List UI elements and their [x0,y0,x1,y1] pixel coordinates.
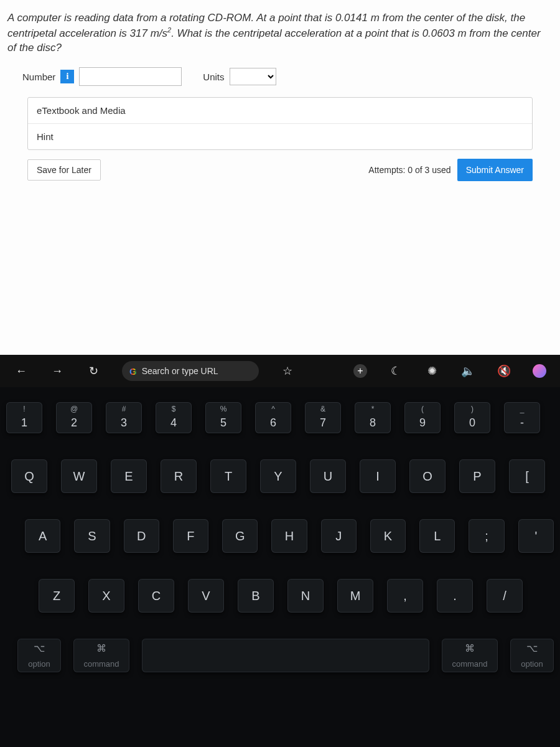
physical-keyboard: !1@2#3$4%5^6&7*8(9)0_- QWERTYUIOP[ ASDFG… [0,387,560,747]
key-2[interactable]: @2 [56,402,92,433]
actions-row: Save for Later Attempts: 0 of 3 used Sub… [27,159,533,181]
key-9[interactable]: (9 [404,402,441,433]
resources-panel: eTextbook and Media Hint [27,97,533,150]
key-p[interactable]: P [459,459,495,493]
key-v[interactable]: V [188,579,224,613]
key-/[interactable]: / [487,579,523,613]
key-c[interactable]: C [138,579,174,613]
mute-icon[interactable]: 🔇 [497,364,511,378]
command-key-left[interactable]: ⌘ command [73,639,129,672]
key-,[interactable]: , [387,579,423,613]
question-text: A computer is reading data from a rotati… [5,6,555,63]
forward-icon[interactable]: → [50,365,65,378]
key-x[interactable]: X [88,579,124,613]
back-icon[interactable]: ← [14,365,29,378]
star-icon[interactable]: ☆ [280,364,295,378]
key-n[interactable]: N [287,579,324,613]
keyboard-modifier-row: ⌥ option ⌘ command ⌘ command ⌥ option [0,635,560,676]
key-d[interactable]: D [124,519,159,553]
save-for-later-button[interactable]: Save for Later [27,159,101,181]
key-i[interactable]: I [360,459,396,493]
moon-icon[interactable]: ☾ [388,364,403,378]
answer-row: Number i Units [5,63,555,97]
question-part-b: acceleration is 317 m/s [59,27,167,39]
submit-answer-button[interactable]: Submit Answer [457,159,533,181]
new-tab-icon[interactable]: + [353,364,367,378]
key-q[interactable]: Q [11,459,47,493]
key-f[interactable]: F [173,519,208,553]
keyboard-qwerty-row: QWERTYUIOP[ [0,456,560,497]
key-.[interactable]: . [437,579,473,613]
key-[[interactable]: [ [509,459,545,493]
key-y[interactable]: Y [260,459,296,493]
homework-page: A computer is reading data from a rotati… [0,0,560,355]
number-input[interactable] [79,67,182,86]
keyboard-number-row: !1@2#3$4%5^6&7*8(9)0_- [0,398,560,437]
key-z[interactable]: Z [39,579,75,613]
attempts-text: Attempts: 0 of 3 used [368,165,450,175]
key-w[interactable]: W [61,459,97,493]
key-o[interactable]: O [409,459,446,493]
key-1[interactable]: !1 [6,402,42,433]
key-7[interactable]: &7 [305,402,341,433]
brightness-icon[interactable]: ✺ [424,364,439,378]
key-'[interactable]: ' [518,519,554,553]
key-3[interactable]: #3 [106,402,142,433]
sound-icon[interactable]: 🔈 [460,364,475,378]
key-g[interactable]: G [222,519,258,553]
key-s[interactable]: S [74,519,110,553]
browser-toolbar: ← → ↻ G Search or type URL ☆ + ☾ ✺ 🔈 🔇 [0,355,560,387]
command-key-right[interactable]: ⌘ command [442,639,498,672]
reload-icon[interactable]: ↻ [86,364,101,378]
key-r[interactable]: R [161,459,197,493]
key-6[interactable]: ^6 [255,402,291,433]
option-key-left[interactable]: ⌥ option [17,639,61,672]
key--[interactable]: _- [504,402,540,433]
key-e[interactable]: E [111,459,147,493]
omnibox-placeholder: Search or type URL [142,366,218,376]
spacebar-key[interactable] [142,639,429,672]
units-label: Units [203,72,224,82]
key-0[interactable]: )0 [454,402,490,433]
key-l[interactable]: L [419,519,455,553]
keyboard-bottom-row: ZXCVBNM,./ [0,575,560,616]
key-5[interactable]: %5 [205,402,241,433]
number-label: Number [22,72,55,82]
key-h[interactable]: H [271,519,307,553]
omnibox[interactable]: G Search or type URL [122,361,259,381]
key-j[interactable]: J [321,519,357,553]
key-m[interactable]: M [337,579,373,613]
key-4[interactable]: $4 [156,402,192,433]
avatar[interactable] [533,364,546,378]
etextbook-link[interactable]: eTextbook and Media [28,98,532,124]
info-icon[interactable]: i [60,70,74,83]
google-g-icon: G [129,366,137,377]
key-8[interactable]: *8 [355,402,391,433]
key-a[interactable]: A [25,519,60,553]
key-k[interactable]: K [370,519,406,553]
option-key-right[interactable]: ⌥ option [510,639,554,672]
units-select[interactable] [230,68,276,85]
key-u[interactable]: U [310,459,346,493]
hint-link[interactable]: Hint [28,124,532,149]
key-t[interactable]: T [210,459,246,493]
keyboard-home-row: ASDFGHJKL;' [0,515,560,557]
key-b[interactable]: B [238,579,274,613]
key-;[interactable]: ; [469,519,504,553]
